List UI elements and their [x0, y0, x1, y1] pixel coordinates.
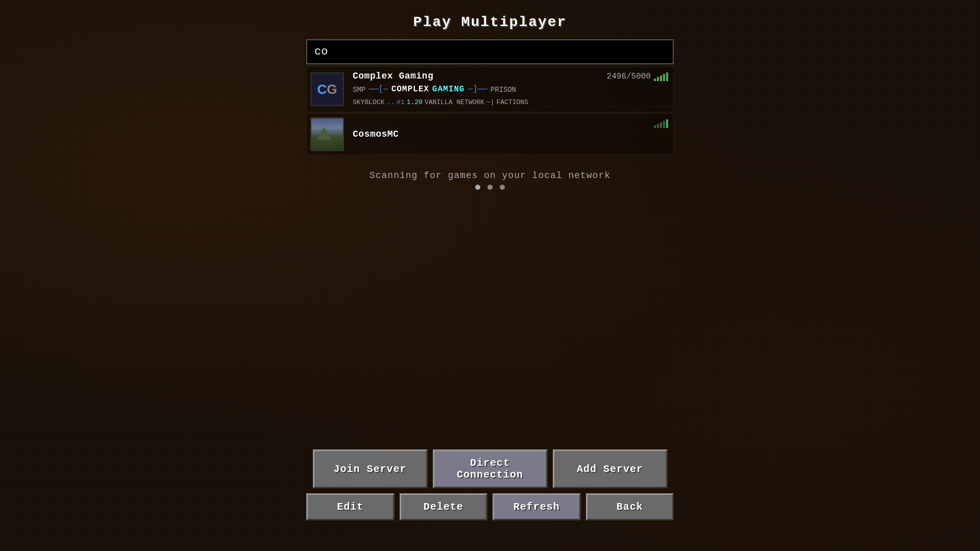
scanning-dot-3 [500, 185, 505, 190]
search-input[interactable] [306, 39, 674, 64]
signal-bar-5 [666, 72, 668, 81]
server-name-cosmosmc: CosmosMC [353, 129, 668, 139]
desc-vanilla: VANILLA NETWORK [425, 97, 484, 108]
signal-bar-2 [657, 77, 659, 81]
server-icon-complex-gaming: CG [307, 67, 348, 112]
signal-bar-cosmos-4 [663, 121, 665, 128]
back-button[interactable]: Back [586, 493, 674, 520]
player-count-complex-gaming: 2496/5000 [607, 72, 651, 81]
desc-sep1: ——[— [369, 83, 388, 96]
server-info-cosmosmc: CosmosMC [348, 114, 673, 155]
join-server-button[interactable]: Join Server [313, 449, 428, 488]
scanning-section: Scanning for games on your local network [370, 170, 610, 190]
delete-button[interactable]: Delete [400, 493, 488, 520]
desc-prison: PRISON [491, 84, 516, 95]
button-row-2: Edit Delete Refresh Back [306, 493, 674, 520]
signal-bar-cosmos-3 [660, 122, 662, 128]
server-meta-cosmosmc [654, 119, 668, 128]
signal-bar-3 [660, 76, 662, 81]
desc-dots: .. [386, 97, 395, 108]
edit-button[interactable]: Edit [306, 493, 395, 520]
buttons-container: Join Server Direct Connection Add Server… [306, 449, 674, 520]
desc-gaming: GAMING [432, 83, 465, 96]
desc-factions: FACTIONS [497, 97, 528, 108]
server-item-cosmosmc[interactable]: CosmosMC [306, 113, 674, 155]
server-meta-complex-gaming: 2496/5000 [607, 72, 668, 81]
scanning-dots [475, 185, 505, 190]
desc-complex: COMPLEX [391, 83, 429, 96]
signal-bar-cosmos-5 [666, 119, 668, 128]
signal-bars-complex-gaming [654, 72, 668, 81]
desc-sep2: —]—— [468, 83, 487, 96]
refresh-button[interactable]: Refresh [493, 493, 581, 520]
direct-connection-button[interactable]: Direct Connection [433, 449, 548, 488]
server-list: CG Complex Gaming SMP ——[— COMPLEX GAMIN… [306, 66, 674, 155]
server-description-complex-gaming: SMP ——[— COMPLEX GAMING —]—— PRISON SKYB… [353, 83, 668, 108]
signal-bar-cosmos-2 [657, 124, 659, 128]
server-icon-cosmosmc [307, 114, 348, 155]
signal-bar-1 [654, 79, 656, 81]
button-row-1: Join Server Direct Connection Add Server [306, 449, 674, 488]
desc-sep3: ~| [486, 97, 495, 108]
scanning-dot-1 [475, 185, 480, 190]
desc-skyblock: SKYBLOCK [353, 97, 384, 108]
signal-bars-cosmosmc [654, 119, 668, 128]
add-server-button[interactable]: Add Server [553, 449, 668, 488]
signal-bar-4 [663, 74, 665, 81]
server-item-complex-gaming[interactable]: CG Complex Gaming SMP ——[— COMPLEX GAMIN… [306, 66, 674, 112]
signal-bar-cosmos-1 [654, 126, 656, 128]
search-container [306, 39, 674, 64]
desc-version: 1.20 [407, 97, 423, 108]
desc-smp: SMP [353, 84, 365, 95]
desc-hash: #1 [397, 97, 405, 108]
scanning-dot-2 [487, 185, 493, 190]
scanning-text: Scanning for games on your local network [370, 170, 610, 181]
page-title: Play Multiplayer [413, 14, 567, 30]
